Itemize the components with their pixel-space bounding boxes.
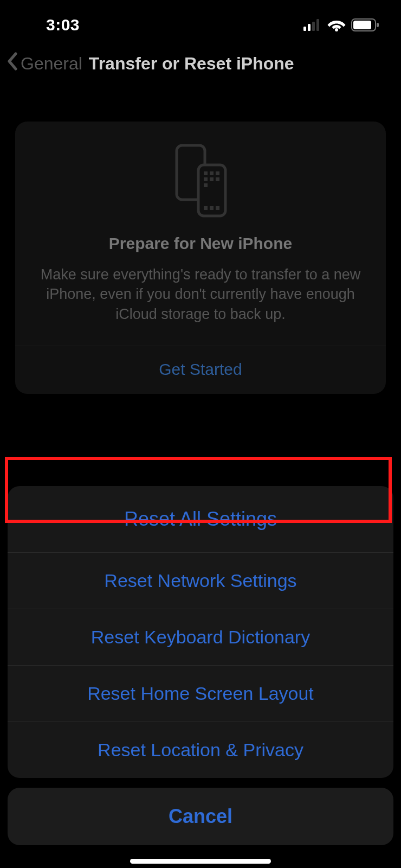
battery-icon — [351, 18, 379, 31]
svg-rect-6 — [353, 21, 371, 29]
home-indicator[interactable] — [130, 859, 271, 864]
prepare-card: Prepare for New iPhone Make sure everyth… — [15, 122, 386, 394]
reset-action-sheet: Reset All Settings Reset Network Setting… — [8, 486, 393, 845]
status-bar: 3:03 — [0, 0, 401, 43]
wifi-icon — [327, 18, 346, 31]
svg-rect-1 — [308, 24, 311, 31]
get-started-button[interactable]: Get Started — [30, 346, 371, 394]
reset-location-privacy-button[interactable]: Reset Location & Privacy — [8, 722, 393, 778]
svg-rect-17 — [204, 206, 208, 210]
status-time: 3:03 — [22, 16, 80, 34]
nav-bar: General Transfer or Reset iPhone — [0, 43, 401, 87]
page-title: Transfer or Reset iPhone — [89, 54, 294, 74]
action-group: Reset All Settings Reset Network Setting… — [8, 486, 393, 778]
prepare-description: Make sure everything's ready to transfer… — [30, 265, 371, 324]
cellular-signal-icon — [303, 19, 322, 31]
svg-rect-15 — [216, 177, 219, 181]
reset-home-screen-layout-button[interactable]: Reset Home Screen Layout — [8, 666, 393, 722]
svg-rect-7 — [377, 23, 379, 27]
svg-rect-0 — [303, 27, 306, 31]
reset-all-settings-button[interactable]: Reset All Settings — [8, 486, 393, 553]
svg-rect-14 — [210, 177, 214, 181]
reset-keyboard-dictionary-button[interactable]: Reset Keyboard Dictionary — [8, 609, 393, 666]
svg-rect-2 — [312, 22, 315, 31]
svg-rect-12 — [216, 171, 219, 175]
back-button[interactable]: General — [7, 52, 82, 75]
svg-point-4 — [335, 28, 338, 31]
cancel-button[interactable]: Cancel — [8, 788, 393, 845]
reset-network-settings-button[interactable]: Reset Network Settings — [8, 553, 393, 609]
chevron-left-icon — [7, 52, 18, 75]
back-label: General — [21, 54, 82, 74]
status-icons — [303, 18, 379, 31]
svg-rect-19 — [216, 206, 219, 210]
svg-rect-3 — [316, 19, 319, 31]
svg-rect-18 — [210, 206, 214, 210]
svg-rect-11 — [210, 171, 214, 175]
transfer-phones-icon — [30, 143, 371, 219]
svg-rect-13 — [204, 177, 208, 181]
svg-rect-10 — [204, 171, 208, 175]
svg-rect-16 — [204, 183, 208, 187]
prepare-title: Prepare for New iPhone — [30, 234, 371, 253]
